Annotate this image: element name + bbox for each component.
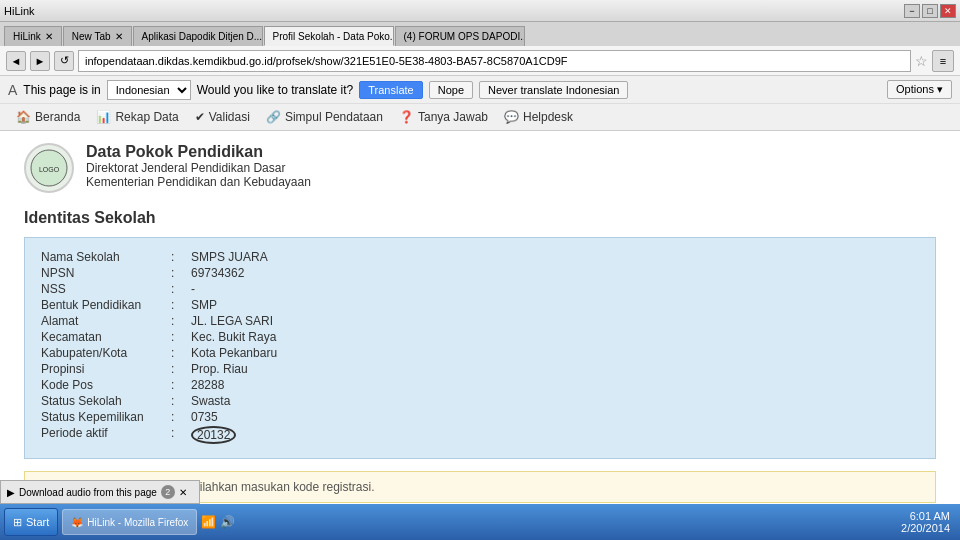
language-select[interactable]: Indonesian: [107, 80, 191, 100]
options-button[interactable]: Options ▾: [887, 80, 952, 99]
nav-beranda[interactable]: 🏠 Beranda: [16, 110, 80, 124]
school-title-sub1: Direktorat Jenderal Pendidikan Dasar: [86, 161, 311, 175]
info-card: Nama Sekolah : SMPS JUARA NPSN : 6973436…: [24, 237, 936, 459]
forward-button[interactable]: ►: [30, 51, 50, 71]
sep-bentuk: :: [171, 298, 191, 312]
circled-value: 20132: [191, 426, 236, 444]
audio-badge: 2: [161, 485, 175, 499]
nav-menu: 🏠 Beranda 📊 Rekap Data ✔ Validasi 🔗 Simp…: [0, 104, 960, 131]
info-row-nss: NSS : -: [41, 282, 919, 296]
info-row-kecamatan: Kecamatan : Kec. Bukit Raya: [41, 330, 919, 344]
value-status: Swasta: [191, 394, 230, 408]
reload-button[interactable]: ↺: [54, 51, 74, 71]
home-icon: 🏠: [16, 110, 31, 124]
translate-question: Would you like to translate it?: [197, 83, 354, 97]
chart-icon: 📊: [96, 110, 111, 124]
school-header: LOGO Data Pokok Pendidikan Direktorat Je…: [24, 143, 936, 193]
school-title-sub2: Kementerian Pendidikan dan Kebudayaan: [86, 175, 311, 189]
sep-alamat: :: [171, 314, 191, 328]
info-row-periode: Periode aktif : 20132: [41, 426, 919, 444]
sep-status: :: [171, 394, 191, 408]
taskbar-item-firefox[interactable]: 🦊 HiLink - Mozilla Firefox: [62, 509, 197, 535]
clock-time: 6:01 AM: [901, 510, 950, 522]
tab-profil[interactable]: Profil Sekolah - Data Poko... ✕: [264, 26, 394, 46]
tab-forum-label: (4) FORUM OPS DAPODI...: [404, 31, 525, 42]
firefox-icon: 🦊: [71, 517, 83, 528]
windows-icon: ⊞: [13, 516, 22, 529]
address-input[interactable]: [78, 50, 911, 72]
label-periode: Periode aktif: [41, 426, 171, 444]
tab-aplikasi[interactable]: Aplikasi Dapodik Ditjen D... ✕: [133, 26, 263, 46]
taskbar: ⊞ Start 🦊 HiLink - Mozilla Firefox 📶 🔊 6…: [0, 504, 960, 540]
title-bar: HiLink − □ ✕: [0, 0, 960, 22]
maximize-button[interactable]: □: [922, 4, 938, 18]
sep-propinsi: :: [171, 362, 191, 376]
check-icon: ✔: [195, 110, 205, 124]
play-icon: ▶: [7, 487, 15, 498]
label-nss: NSS: [41, 282, 171, 296]
title-bar-app-name: HiLink: [4, 5, 35, 17]
tab-hilink-close[interactable]: ✕: [45, 31, 53, 42]
volume-icon: 🔊: [220, 515, 235, 529]
tab-hilink-label: HiLink: [13, 31, 41, 42]
nav-tanya[interactable]: ❓ Tanya Jawab: [399, 110, 488, 124]
audio-close-button[interactable]: ✕: [179, 487, 187, 498]
value-alamat: JL. LEGA SARI: [191, 314, 273, 328]
school-title-main: Data Pokok Pendidikan: [86, 143, 311, 161]
translate-icon: A: [8, 82, 17, 98]
tab-forum[interactable]: (4) FORUM OPS DAPODI... ✕: [395, 26, 525, 46]
translate-button[interactable]: Translate: [359, 81, 422, 99]
window-controls: − □ ✕: [904, 4, 956, 18]
link-icon: 🔗: [266, 110, 281, 124]
back-button[interactable]: ◄: [6, 51, 26, 71]
sep-nama: :: [171, 250, 191, 264]
never-translate-button[interactable]: Never translate Indonesian: [479, 81, 628, 99]
info-row-kodepos: Kode Pos : 28288: [41, 378, 919, 392]
info-row-propinsi: Propinsi : Prop. Riau: [41, 362, 919, 376]
label-kecamatan: Kecamatan: [41, 330, 171, 344]
browser-menu-button[interactable]: ≡: [932, 50, 954, 72]
clock-date: 2/20/2014: [901, 522, 950, 534]
taskbar-item-label: HiLink - Mozilla Firefox: [87, 517, 188, 528]
value-nama: SMPS JUARA: [191, 250, 268, 264]
school-title: Data Pokok Pendidikan Direktorat Jendera…: [86, 143, 311, 189]
nav-helpdesk[interactable]: 💬 Helpdesk: [504, 110, 573, 124]
tab-newtab-close[interactable]: ✕: [115, 31, 123, 42]
start-button[interactable]: ⊞ Start: [4, 508, 58, 536]
tab-aplikasi-label: Aplikasi Dapodik Ditjen D...: [142, 31, 263, 42]
value-periode: 20132: [191, 426, 236, 444]
audio-label: Download audio from this page: [19, 487, 157, 498]
info-row-npsn: NPSN : 69734362: [41, 266, 919, 280]
label-status: Status Sekolah: [41, 394, 171, 408]
start-label: Start: [26, 516, 49, 528]
info-row-kepemilikan: Status Kepemilikan : 0735: [41, 410, 919, 424]
bookmark-icon[interactable]: ☆: [915, 53, 928, 69]
nav-validasi[interactable]: ✔ Validasi: [195, 110, 250, 124]
network-icon: 📶: [201, 515, 216, 529]
translate-bar: A This page is in Indonesian Would you l…: [0, 76, 960, 104]
nope-button[interactable]: Nope: [429, 81, 473, 99]
nav-rekap[interactable]: 📊 Rekap Data: [96, 110, 178, 124]
info-row-status: Status Sekolah : Swasta: [41, 394, 919, 408]
tab-hilink[interactable]: HiLink ✕: [4, 26, 62, 46]
value-bentuk: SMP: [191, 298, 217, 312]
svg-text:LOGO: LOGO: [39, 166, 60, 173]
tabs-bar: HiLink ✕ New Tab ✕ Aplikasi Dapodik Ditj…: [0, 22, 960, 46]
value-npsn: 69734362: [191, 266, 244, 280]
tab-newtab[interactable]: New Tab ✕: [63, 26, 132, 46]
value-nss: -: [191, 282, 195, 296]
close-button[interactable]: ✕: [940, 4, 956, 18]
translate-prefix: This page is in: [23, 83, 100, 97]
tab-newtab-label: New Tab: [72, 31, 111, 42]
sep-nss: :: [171, 282, 191, 296]
label-kabupaten: Kabupaten/Kota: [41, 346, 171, 360]
label-bentuk: Bentuk Pendidikan: [41, 298, 171, 312]
sep-kecamatan: :: [171, 330, 191, 344]
label-nama: Nama Sekolah: [41, 250, 171, 264]
nav-simpul[interactable]: 🔗 Simpul Pendataan: [266, 110, 383, 124]
section-title: Identitas Sekolah: [24, 209, 936, 227]
value-kabupaten: Kota Pekanbaru: [191, 346, 277, 360]
main-content: LOGO Data Pokok Pendidikan Direktorat Je…: [0, 131, 960, 504]
minimize-button[interactable]: −: [904, 4, 920, 18]
sep-periode: :: [171, 426, 191, 444]
